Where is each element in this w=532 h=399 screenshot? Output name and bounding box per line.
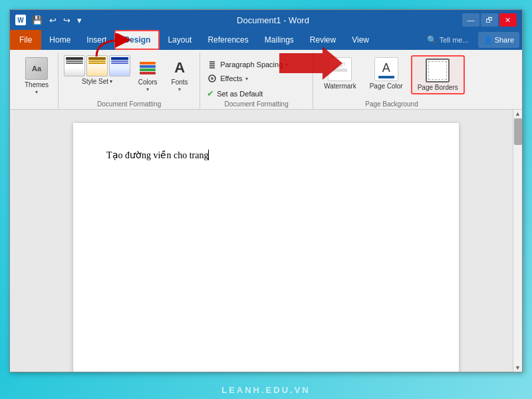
set-as-default-button[interactable]: ✔ Set as Default: [204, 87, 309, 100]
tell-me-area[interactable]: 🔍 Tell me...: [420, 30, 475, 50]
page-borders-label: Page Borders: [418, 84, 458, 91]
themes-icon: Aa: [25, 57, 48, 80]
page-bg-items: DRAFT Watermark A Page Color: [319, 53, 465, 100]
quick-access-dropdown[interactable]: ▾: [75, 14, 84, 27]
page-color-button[interactable]: A Page Color: [364, 55, 408, 92]
doc-formatting-label: Document Formatting: [64, 100, 194, 109]
title-bar: W 💾 ↩ ↪ ▾ Document1 - Word — 🗗 ✕: [10, 10, 522, 30]
style-set-group: Style Set ▾: [64, 55, 130, 85]
style-set-label-row: Style Set ▾: [82, 78, 112, 85]
scrollbar[interactable]: ▲ ▼: [513, 110, 522, 372]
colors-dropdown: ▾: [146, 86, 149, 92]
page-borders-button[interactable]: Page Borders: [411, 55, 465, 94]
title-bar-left: W 💾 ↩ ↪ ▾: [15, 14, 84, 27]
menu-item-view[interactable]: View: [344, 30, 377, 50]
menu-bar: File Home Insert Design Layout Reference…: [10, 30, 522, 50]
style-items: Style Set ▾ Colors ▾: [64, 53, 194, 100]
paragraph-spacing-label: Paragraph Spacing: [220, 61, 283, 68]
watermark-label: Watermark: [324, 82, 356, 90]
ribbon: Aa Themes ▾: [10, 50, 522, 110]
style-previews: [64, 55, 130, 78]
menu-item-insert[interactable]: Insert: [78, 30, 114, 50]
format-options: Paragraph Spacing ▾ Effects ▾ ✔ Set: [204, 53, 309, 100]
page-color-icon: A: [374, 57, 398, 81]
style-set-dropdown[interactable]: ▾: [110, 78, 112, 84]
menu-item-references[interactable]: References: [200, 30, 256, 50]
colors-label: Colors: [138, 78, 158, 86]
style-tile-3[interactable]: [109, 55, 130, 76]
menu-item-design[interactable]: Design: [114, 30, 160, 50]
watermark-button[interactable]: DRAFT Watermark: [319, 55, 362, 92]
paragraph-spacing-dropdown: ▾: [285, 62, 288, 68]
colors-button[interactable]: Colors ▾: [133, 55, 162, 94]
redo-icon[interactable]: ↪: [61, 14, 72, 27]
page-background-label: Page Background: [319, 100, 465, 109]
effects-dropdown: ▾: [245, 76, 248, 82]
ribbon-group-formatting: Paragraph Spacing ▾ Effects ▾ ✔ Set: [200, 53, 313, 109]
doc-scroll-area[interactable]: Tạo đường viền cho trang: [10, 110, 522, 372]
paragraph-spacing-icon: [207, 59, 217, 70]
effects-button[interactable]: Effects ▾: [204, 72, 309, 85]
ribbon-group-page-bg: DRAFT Watermark A Page Color: [313, 53, 470, 109]
fonts-icon: A: [169, 57, 190, 78]
text-cursor: [208, 150, 209, 160]
quick-access-toolbar: 💾 ↩ ↪ ▾: [30, 14, 84, 27]
themes-label: Themes: [25, 81, 49, 89]
undo-icon[interactable]: ↩: [47, 14, 59, 27]
menu-item-file[interactable]: File: [10, 30, 41, 50]
word-window: W 💾 ↩ ↪ ▾ Document1 - Word — 🗗 ✕ File Ho…: [9, 9, 523, 372]
checkmark-icon: ✔: [207, 88, 214, 98]
svg-point-5: [211, 77, 213, 80]
ribbon-group-themes: Aa Themes ▾: [15, 53, 59, 109]
ribbon-group-style: Style Set ▾ Colors ▾: [59, 53, 200, 109]
effects-icon: [207, 73, 217, 84]
menu-item-home[interactable]: Home: [41, 30, 78, 50]
themes-dropdown-arrow: ▾: [35, 89, 38, 95]
page-borders-icon: [426, 59, 450, 82]
close-button[interactable]: ✕: [499, 13, 517, 27]
watermark-icon: DRAFT: [328, 57, 352, 81]
site-watermark: LEANH.EDU.VN: [0, 385, 532, 395]
save-icon[interactable]: 💾: [30, 14, 45, 27]
window-controls: — 🗗 ✕: [462, 13, 517, 27]
themes-section: Aa Themes ▾: [21, 53, 53, 109]
page-color-label: Page Color: [370, 82, 403, 90]
effects-label: Effects: [220, 74, 242, 82]
style-tile-2[interactable]: [86, 55, 108, 76]
window-title: Document1 - Word: [237, 15, 309, 25]
themes-button[interactable]: Aa Themes ▾: [21, 55, 53, 97]
style-tile-1[interactable]: [64, 55, 85, 76]
menu-item-review[interactable]: Review: [302, 30, 344, 50]
fonts-label: Fonts: [172, 78, 188, 86]
fonts-button[interactable]: A Fonts ▾: [165, 55, 194, 94]
share-button[interactable]: 👤 Share: [478, 32, 519, 48]
style-set-label: Style Set: [82, 78, 108, 85]
set-as-default-label: Set as Default: [217, 90, 263, 98]
paragraph-spacing-button[interactable]: Paragraph Spacing ▾: [204, 58, 309, 71]
restore-button[interactable]: 🗗: [481, 13, 498, 27]
menu-item-mailings[interactable]: Mailings: [257, 30, 302, 50]
scroll-thumb[interactable]: [514, 118, 522, 145]
doc-formatting-label2: Document Formatting: [204, 100, 309, 109]
fonts-dropdown: ▾: [178, 86, 181, 92]
document-content[interactable]: Tạo đường viền cho trang: [106, 150, 426, 161]
colors-icon: [137, 57, 158, 78]
document-page: Tạo đường viền cho trang: [73, 123, 459, 372]
minimize-button[interactable]: —: [462, 13, 479, 27]
menu-item-layout[interactable]: Layout: [160, 30, 200, 50]
document-area: Tạo đường viền cho trang ▲ ▼: [10, 110, 522, 372]
word-icon: W: [15, 15, 26, 25]
